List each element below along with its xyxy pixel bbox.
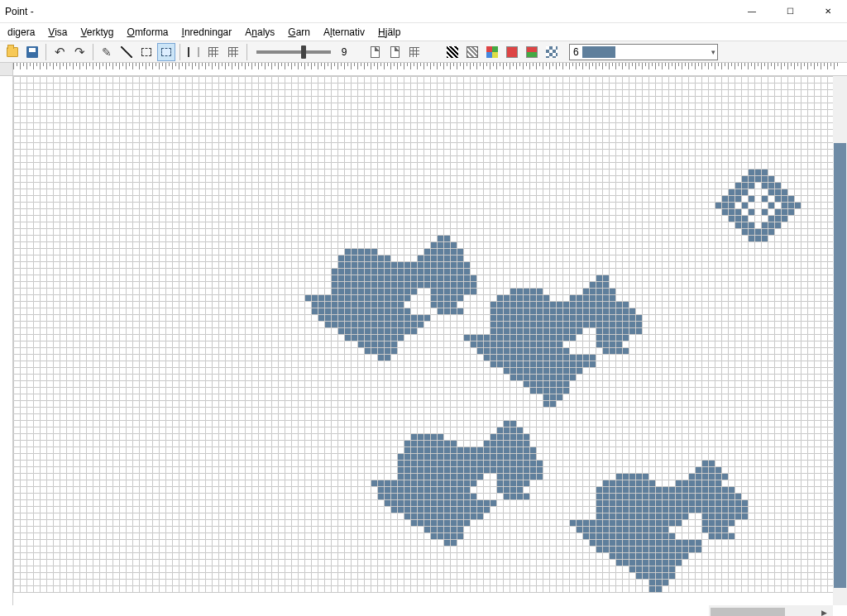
open-button[interactable] [3, 43, 22, 61]
menu-yarn[interactable]: Garn [282, 25, 316, 40]
save-button[interactable] [23, 43, 41, 61]
zoom-slider[interactable] [256, 50, 331, 54]
horizontal-ruler [13, 63, 847, 76]
color-selector[interactable]: 6 ▾ [569, 44, 718, 60]
separator [179, 44, 180, 60]
line-tool[interactable] [117, 43, 136, 61]
menu-tools[interactable]: Verktyg [75, 25, 120, 40]
menu-transform[interactable]: Omforma [122, 25, 175, 40]
vertical-ruler [0, 76, 13, 605]
flip-tool[interactable] [184, 43, 203, 61]
grid-view-button[interactable] [405, 43, 424, 61]
current-color-swatch [582, 46, 615, 58]
vertical-scrollbar[interactable] [833, 76, 847, 605]
scrollbar-thumb[interactable] [711, 608, 785, 617]
menu-bar: digera Visa Verktyg Omforma Inredningar … [0, 23, 847, 41]
canvas[interactable] [13, 76, 833, 605]
rect-tool[interactable] [137, 43, 156, 61]
ruler-row [0, 63, 847, 76]
color-1-button[interactable] [503, 43, 521, 61]
pencil-icon [102, 45, 112, 59]
minimize-button[interactable]: — [733, 0, 771, 22]
separator [93, 44, 93, 60]
select-tool[interactable] [157, 43, 175, 61]
select-icon [161, 48, 171, 56]
swatch-icon [526, 46, 538, 58]
window-controls: — ☐ ✕ [733, 0, 847, 22]
page-icon [390, 46, 400, 58]
grid-icon [228, 47, 238, 57]
pencil-tool[interactable] [98, 43, 116, 61]
chevron-down-icon: ▾ [711, 48, 715, 56]
zoom-value: 9 [337, 46, 351, 58]
rect-icon [141, 48, 151, 56]
menu-analysis[interactable]: Analys [239, 25, 280, 40]
page-2-button[interactable] [385, 43, 404, 61]
palette-button[interactable] [483, 43, 501, 61]
separator [45, 44, 46, 60]
scrollbar-thumb[interactable] [834, 143, 846, 588]
grid-toggle-2[interactable] [224, 43, 242, 61]
redo-icon [74, 45, 85, 60]
menu-furnish[interactable]: Inredningar [176, 25, 238, 40]
page-icon [371, 46, 380, 58]
save-icon [26, 46, 38, 58]
flip-icon [188, 47, 199, 57]
undo-icon [55, 45, 65, 60]
horizontal-scrollbar[interactable]: ▶ [709, 605, 833, 616]
checker-icon [546, 46, 557, 58]
menu-edit[interactable]: digera [2, 25, 41, 40]
grid-icon [208, 47, 218, 57]
color-2-button[interactable] [523, 43, 541, 61]
maximize-button[interactable]: ☐ [771, 0, 809, 22]
folder-icon [7, 47, 18, 57]
menu-view[interactable]: Visa [42, 25, 73, 40]
palette-icon [486, 46, 498, 58]
pattern-2-button[interactable] [463, 43, 481, 61]
menu-options[interactable]: Alternativ [318, 25, 371, 40]
grid-toggle-1[interactable] [204, 43, 223, 61]
line-icon [121, 46, 132, 58]
undo-button[interactable] [50, 43, 69, 61]
title-bar: Point - — ☐ ✕ [0, 0, 847, 23]
toolbar: 9 6 ▾ [0, 41, 847, 63]
hatch-icon [467, 46, 478, 58]
redo-button[interactable] [70, 43, 89, 61]
close-button[interactable]: ✕ [809, 0, 847, 22]
color-number: 6 [573, 46, 579, 58]
grid-icon [409, 47, 419, 57]
swatch-icon [506, 46, 518, 58]
pattern-1-button[interactable] [443, 43, 462, 61]
ruler-corner [0, 63, 13, 76]
window-title: Point - [5, 6, 34, 17]
page-1-button[interactable] [366, 43, 384, 61]
horizontal-scroll-row: ▶ [0, 605, 847, 616]
hatch-icon [447, 46, 458, 58]
menu-help[interactable]: Hjälp [372, 25, 406, 40]
checker-button[interactable] [543, 43, 561, 61]
separator [246, 44, 247, 60]
scroll-right-arrow[interactable]: ▶ [817, 609, 831, 617]
